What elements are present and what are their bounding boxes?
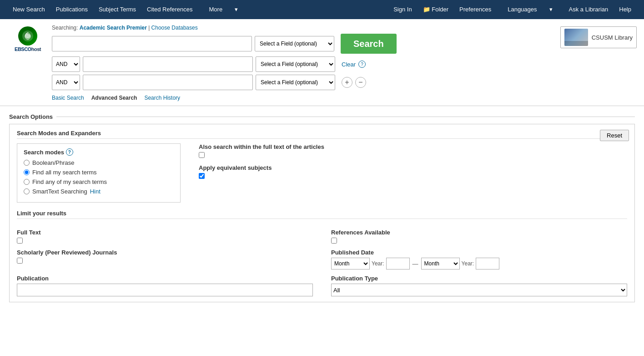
nav-folder[interactable]: 📁 Folder: [418, 0, 454, 19]
peer-reviewed-label: Scholarly (Peer Reviewed) Journals: [17, 249, 313, 256]
search-input-2[interactable]: [83, 56, 253, 72]
search-area: EBSCOhost Searching: Academic Search Pre…: [0, 19, 644, 106]
fulltext-checkbox-row: [199, 152, 627, 158]
search-options-heading: Search Options: [9, 113, 635, 120]
operator-select-2[interactable]: AND OR NOT: [52, 75, 80, 90]
nav-more[interactable]: More ▾: [198, 0, 249, 19]
equiv-subjects-checkbox[interactable]: [199, 173, 205, 179]
reset-button[interactable]: Reset: [600, 130, 629, 141]
equiv-subjects-expander-row: Apply equivalent subjects: [199, 164, 627, 179]
radio-boolean-input[interactable]: [24, 160, 30, 166]
peer-reviewed-checkbox-row: [17, 258, 313, 264]
tab-basic-search[interactable]: Basic Search: [52, 94, 84, 102]
search-tabs: Basic Search Advanced Search Search Hist…: [52, 94, 557, 106]
ebscohost-logo: EBSCOhost: [7, 25, 48, 106]
radio-smarttext-label: SmartText Searching: [32, 188, 87, 195]
nav-preferences[interactable]: Preferences: [454, 0, 497, 19]
nav-ask-librarian[interactable]: Ask a Librarian: [564, 0, 614, 19]
radio-find-any: Find any of my search terms: [24, 178, 174, 185]
publication-input[interactable]: [17, 284, 313, 296]
modes-expanders-heading: Search Modes and Expanders: [17, 130, 627, 139]
field-select-1[interactable]: Select a Field (optional): [255, 36, 334, 51]
publication-type-select[interactable]: All: [331, 284, 627, 296]
database-name-link[interactable]: Academic Search Premier: [80, 25, 147, 31]
from-year-input[interactable]: [386, 258, 410, 270]
radio-find-all-input[interactable]: [24, 169, 30, 175]
clear-help-icon[interactable]: ?: [358, 61, 366, 68]
nav-new-search[interactable]: New Search: [7, 0, 50, 19]
limit-grid: Full Text References Available Scholarly…: [17, 224, 627, 296]
publication-type-label: Publication Type: [331, 275, 627, 282]
logo-icon: [18, 26, 37, 46]
publication-limit-item: Publication: [17, 275, 313, 296]
top-nav: New Search Publications Subject Terms Ci…: [0, 0, 644, 19]
references-available-checkbox[interactable]: [331, 238, 337, 244]
search-modes-label: Search modes ?: [24, 148, 174, 156]
radio-find-all-label: Find all my search terms: [32, 169, 97, 176]
radio-smarttext-input[interactable]: [24, 188, 30, 194]
nav-left: New Search Publications Subject Terms Ci…: [7, 0, 249, 19]
date-dash: —: [412, 260, 419, 267]
equiv-subjects-expander-label: Apply equivalent subjects: [199, 164, 627, 171]
field-select-2[interactable]: Select a Field (optional): [256, 56, 335, 72]
search-button[interactable]: Search: [341, 34, 397, 54]
nav-cited-references[interactable]: Cited References: [141, 0, 198, 19]
search-input-1[interactable]: [52, 36, 252, 51]
expanders-area: Also search within the full text of the …: [199, 143, 627, 203]
nav-languages[interactable]: Languages ▾: [497, 0, 563, 19]
choose-databases-link[interactable]: Choose Databases: [151, 25, 198, 31]
publication-label: Publication: [17, 275, 313, 282]
nav-help[interactable]: Help: [614, 0, 637, 19]
chevron-down-icon: ▾: [229, 0, 243, 19]
tab-search-history[interactable]: Search History: [144, 94, 180, 102]
search-main: Searching: Academic Search Premier | Cho…: [48, 25, 560, 106]
references-available-label: References Available: [331, 229, 627, 236]
nav-right: Sign In 📁 Folder Preferences Languages ▾…: [388, 0, 637, 19]
full-text-checkbox[interactable]: [17, 238, 23, 244]
full-text-label: Full Text: [17, 229, 313, 236]
peer-reviewed-limit-item: Scholarly (Peer Reviewed) Journals: [17, 249, 313, 270]
fulltext-expander-label: Also search within the full text of the …: [199, 143, 627, 150]
library-image: [564, 29, 588, 46]
library-logo-area: CSUSM Library: [560, 25, 637, 106]
from-month-select[interactable]: Month JanuaryFebruaryMarch AprilMayJune …: [331, 258, 370, 270]
nav-publications[interactable]: Publications: [50, 0, 93, 19]
tab-advanced-search[interactable]: Advanced Search: [91, 94, 137, 102]
nav-subject-terms[interactable]: Subject Terms: [93, 0, 141, 19]
references-available-checkbox-row: [331, 238, 627, 244]
published-date-limit-item: Published Date Month JanuaryFebruaryMarc…: [331, 249, 627, 270]
search-row-2-wrapper: AND OR NOT Select a Field (optional) Cle…: [52, 56, 557, 72]
peer-reviewed-checkbox[interactable]: [17, 258, 23, 264]
limit-results-section: Limit your results Full Text References …: [17, 210, 627, 296]
search-input-3[interactable]: [83, 75, 253, 90]
hint-link[interactable]: Hint: [90, 188, 101, 195]
chevron-down-icon: ▾: [544, 0, 558, 19]
to-year-input[interactable]: [476, 258, 499, 270]
nav-sign-in[interactable]: Sign In: [388, 0, 417, 19]
modes-expanders-area: Search modes ? Boolean/Phrase Find all m…: [17, 143, 627, 203]
radio-boolean-label: Boolean/Phrase: [32, 159, 75, 166]
search-modes-help-icon[interactable]: ?: [66, 148, 73, 156]
fulltext-checkbox[interactable]: [199, 152, 205, 158]
full-text-checkbox-row: [17, 238, 313, 244]
content-area: Search Options Reset Search Modes and Ex…: [0, 106, 644, 310]
full-text-limit-item: Full Text: [17, 229, 313, 244]
published-date-controls: Month JanuaryFebruaryMarch AprilMayJune …: [331, 258, 627, 270]
search-row-3-wrapper: AND OR NOT Select a Field (optional) + −: [52, 75, 557, 90]
field-select-3[interactable]: Select a Field (optional): [256, 75, 335, 90]
references-available-limit-item: References Available: [331, 229, 627, 244]
operator-select-1[interactable]: AND OR NOT: [52, 56, 80, 72]
radio-find-any-input[interactable]: [24, 179, 30, 185]
library-name: CSUSM Library: [592, 34, 633, 41]
limit-results-heading: Limit your results: [17, 210, 627, 219]
search-options-box: Reset Search Modes and Expanders Search …: [9, 124, 635, 302]
search-row-1: Select a Field (optional) Search: [52, 34, 557, 54]
fulltext-expander-row: Also search within the full text of the …: [199, 143, 627, 158]
add-row-button[interactable]: +: [342, 77, 352, 88]
library-badge: CSUSM Library: [560, 26, 637, 48]
searching-label: Searching: Academic Search Premier | Cho…: [52, 25, 557, 31]
clear-link[interactable]: Clear: [342, 61, 356, 68]
radio-find-any-label: Find any of my search terms: [32, 178, 107, 185]
to-month-select[interactable]: Month JanuaryFebruaryMarch AprilMayJune …: [421, 258, 460, 270]
remove-row-button[interactable]: −: [355, 77, 366, 88]
